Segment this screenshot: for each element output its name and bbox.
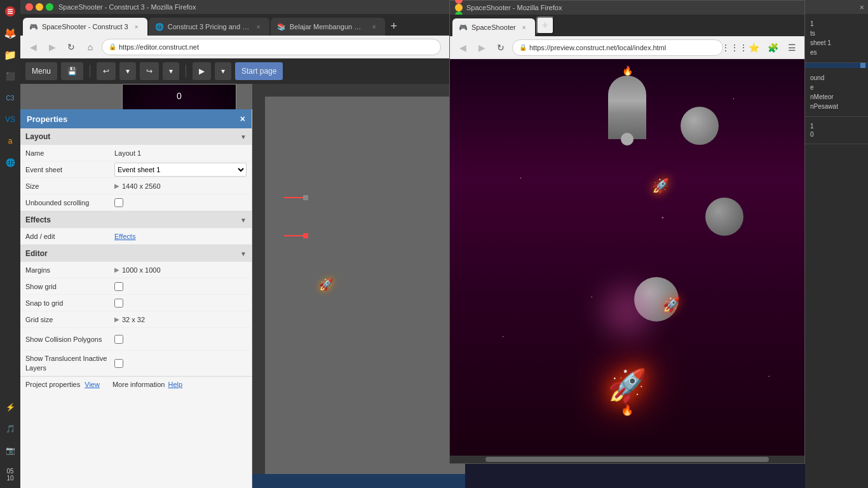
preview-tabbar: 🎮 SpaceShooter × + (450, 15, 804, 36)
menu-button-editor[interactable]: Menu (25, 62, 57, 80)
preview-tab[interactable]: 🎮 SpaceShooter × (452, 18, 535, 36)
tab1-close[interactable]: × (132, 22, 141, 31)
undo-button[interactable]: ↩ (97, 62, 116, 80)
rp-item-pesawat[interactable]: nPesawat (810, 102, 863, 111)
right-panel-close-button[interactable]: × (859, 3, 864, 12)
preview-menu[interactable]: ☰ (784, 40, 799, 55)
preview-bookmark[interactable]: ⭐ (746, 40, 761, 55)
browser2-icon[interactable]: 🌐 (1, 154, 19, 172)
help-link[interactable]: Help (168, 381, 183, 388)
collision-checkbox[interactable] (114, 335, 123, 344)
scroll-thumb[interactable] (485, 457, 769, 462)
vscode-icon[interactable]: VS (1, 111, 19, 128)
files-icon[interactable]: 📁 (1, 46, 19, 64)
redo-dropdown[interactable]: ▾ (163, 62, 179, 80)
browser-tabbar: 🎮 SpaceShooter - Construct 3 × 🌐 Constru… (20, 14, 465, 36)
rp-item-meteor[interactable]: nMeteor (810, 92, 863, 102)
forward-button[interactable]: ▶ (44, 39, 60, 55)
preview-more-options[interactable]: ⋮⋮⋮ (727, 40, 742, 55)
tab-pricing[interactable]: 🌐 Construct 3 Pricing and Plan × (149, 18, 269, 36)
preview-url-text: https://preview.construct.net/local/inde… (529, 44, 666, 51)
new-tab-button[interactable]: + (386, 18, 402, 34)
music-icon[interactable]: 🎵 (1, 420, 19, 438)
preview-forward[interactable]: ▶ (474, 40, 489, 55)
editor-section-header[interactable]: Editor ▼ (20, 245, 252, 262)
asteroid-1 (681, 107, 719, 145)
app-menu-icon[interactable] (1, 3, 19, 20)
tab-belajar[interactable]: 📚 Belajar Membangun Game h... × (271, 18, 385, 36)
preview-reload[interactable]: ↻ (493, 40, 508, 55)
preview-new-tab[interactable]: + (536, 17, 554, 34)
panel-close-button[interactable]: × (240, 114, 245, 124)
preview-minimize-button[interactable] (455, 4, 463, 11)
effects-link[interactable]: Effects (114, 233, 247, 240)
grid-size-label: Grid size (25, 316, 114, 323)
snap-grid-label: Snap to grid (25, 299, 114, 307)
rp-item-1[interactable]: 1 (810, 19, 863, 29)
reload-button[interactable]: ↻ (64, 39, 79, 55)
right-panel-section-counts: 1 0 (805, 117, 868, 144)
tab-construct3[interactable]: 🎮 SpaceShooter - Construct 3 × (23, 18, 147, 36)
rp-item-es[interactable]: es (810, 48, 863, 57)
rp-item-ts[interactable]: ts (810, 29, 863, 38)
effects-section-header[interactable]: Effects ▼ (20, 212, 252, 228)
home-button[interactable]: ⌂ (83, 39, 98, 55)
close-button[interactable] (25, 3, 33, 11)
preview-content: 🔥 🚀 🚀 🚀 🔥 (450, 59, 804, 456)
tab3-label: Belajar Membangun Game h... (290, 23, 366, 30)
amazon-icon[interactable]: a (1, 132, 19, 150)
layout-arrow: ▼ (240, 133, 247, 140)
undo-dropdown[interactable]: ▾ (119, 62, 136, 80)
translucent-checkbox[interactable] (114, 359, 123, 368)
show-grid-checkbox[interactable] (114, 282, 123, 291)
preview-url-bar[interactable]: 🔒 https://preview.construct.net/local/in… (512, 39, 723, 56)
project-properties-link[interactable]: View (85, 381, 100, 388)
panel-expand-icon[interactable] (860, 63, 865, 68)
save-button[interactable]: 💾 (61, 62, 83, 80)
toolbar-separator2 (186, 65, 186, 78)
url-bar[interactable]: 🔒 https://editor.construct.net (102, 39, 441, 55)
layout-section: Layout ▼ Name Layout 1 Event sheet Event… (20, 128, 252, 212)
layout-section-header[interactable]: Layout ▼ (20, 128, 252, 145)
more-information-label: More information Help (112, 381, 182, 388)
preview-browser-window: SpaceShooter - Mozilla Firefox 🎮 SpaceSh… (449, 0, 805, 464)
unbounded-checkbox[interactable] (114, 198, 123, 207)
back-button[interactable]: ◀ (25, 39, 41, 55)
right-panel-divider (805, 63, 868, 68)
prop-collision-row: Show Collision Polygons (20, 328, 252, 351)
rp-item-e[interactable]: e (810, 83, 863, 92)
redo-button[interactable]: ↪ (140, 62, 159, 80)
effects-label: Effects (25, 215, 51, 224)
preview-extensions[interactable]: 🧩 (765, 40, 780, 55)
firefox-icon[interactable]: 🦊 (1, 24, 19, 42)
toolbar-separator (90, 65, 90, 78)
rp-item-sheet[interactable]: sheet 1 (810, 38, 863, 48)
terminal-icon[interactable]: ⬛ (1, 67, 19, 85)
rp-item-ound[interactable]: ound (810, 73, 863, 83)
preview-navbar: ◀ ▶ ↻ 🔒 https://preview.construct.net/lo… (450, 36, 804, 59)
event-sheet-select[interactable]: Event sheet 1 (114, 163, 247, 177)
properties-panel: Properties × Layout ▼ Name Layout 1 Even… (20, 109, 252, 488)
preview-window-title: SpaceShooter - Mozilla Firefox (466, 4, 562, 11)
clock-display: 05 10 (1, 463, 19, 486)
prop-margins-row: Margins ▶ 1000 x 1000 (20, 262, 252, 278)
secure-icon: 🔒 (109, 43, 116, 50)
play-button[interactable]: ▶ (193, 62, 211, 80)
snap-grid-checkbox[interactable] (114, 299, 123, 308)
tab3-close[interactable]: × (370, 22, 379, 31)
bluetooth-icon[interactable]: ⚡ (1, 398, 19, 416)
tab2-close[interactable]: × (254, 22, 263, 31)
construct-icon[interactable]: C3 (1, 89, 19, 107)
maximize-button[interactable] (46, 3, 53, 11)
preview-back[interactable]: ◀ (455, 40, 470, 55)
preview-scrollbar[interactable] (450, 456, 804, 463)
right-panel-section-2: ound e nMeteor nPesawat (805, 68, 868, 117)
preview-tab-close[interactable]: × (520, 23, 529, 32)
margins-value: 1000 x 1000 (122, 266, 247, 274)
start-page-tab[interactable]: Start page (235, 62, 283, 80)
play-dropdown[interactable]: ▾ (215, 62, 231, 80)
size-label: Size (25, 182, 114, 190)
minimize-button[interactable] (36, 3, 43, 11)
glow-effect (602, 286, 653, 337)
camera-icon[interactable]: 📷 (1, 442, 19, 459)
